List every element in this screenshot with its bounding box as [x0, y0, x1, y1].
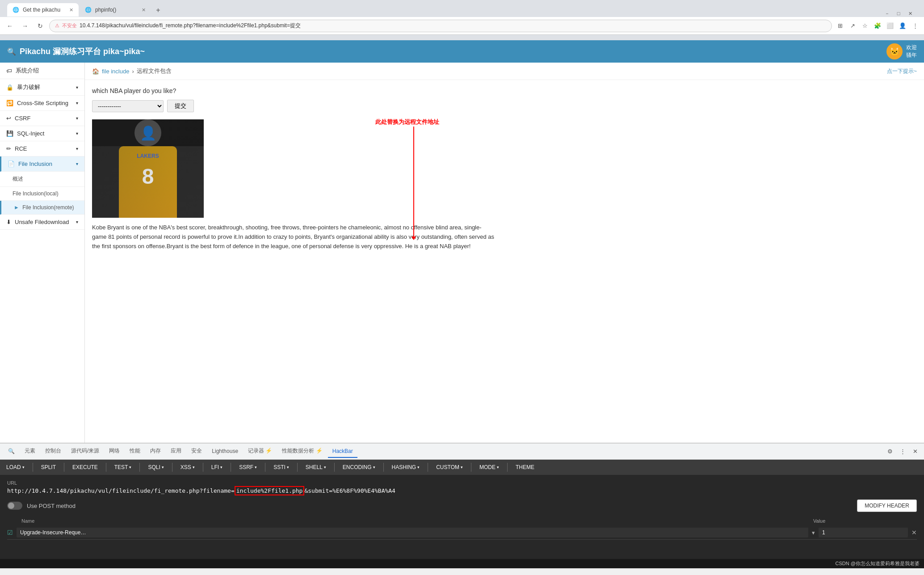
devtools-tab-console[interactable]: 控制台 — [41, 444, 66, 458]
devtools-close-icon[interactable]: ✕ — [910, 446, 920, 457]
sidebar-item-rce[interactable]: ✏ RCE ▾ — [0, 141, 84, 156]
header-table-labels: Name Value — [7, 517, 917, 524]
header-value-field[interactable] — [819, 528, 908, 537]
toolbar-execute-btn[interactable]: EXECUTE — [70, 462, 101, 472]
devtools-tab-lighthouse[interactable]: Lighthouse — [207, 445, 243, 458]
devtools-tab-memory[interactable]: 内存 — [146, 444, 165, 458]
toolbar-xss-btn[interactable]: XSS ▾ — [178, 462, 197, 472]
header-name-label: Name — [21, 517, 810, 524]
menu-icon[interactable]: ⋮ — [910, 21, 920, 31]
download-icon: ⬇ — [6, 219, 11, 225]
devtools-tab-recorder[interactable]: 记录器 ⚡ — [244, 444, 277, 458]
toolbar-split-btn[interactable]: SPLIT — [38, 462, 59, 472]
tab2-close-icon[interactable]: ✕ — [142, 7, 146, 13]
devtools-tab-performance[interactable]: 性能 — [125, 444, 145, 458]
devtools-tab-console-label: 控制台 — [45, 448, 61, 454]
devtools-settings-icon[interactable]: ⚙ — [885, 446, 895, 457]
modify-header-button[interactable]: MODIFY HEADER — [857, 499, 917, 512]
minimize-button[interactable]: － — [884, 10, 890, 17]
sidebar-item-xss[interactable]: 🔁 Cross-Site Scripting ▾ — [0, 96, 84, 111]
devtools-tab-application-label: 应用 — [171, 448, 181, 454]
breadcrumb-file-include-link[interactable]: file include — [102, 68, 129, 75]
title-bar: 🌐 Get the pikachu ✕ 🌐 phpinfo() ✕ + － □ … — [0, 0, 924, 17]
home-icon[interactable]: 🏠 — [92, 68, 99, 75]
header-enabled-checkbox[interactable]: ☑ — [7, 529, 13, 536]
header-dropdown-icon[interactable]: ▾ — [812, 529, 815, 536]
toolbar-custom-label: CUSTOM — [436, 464, 459, 470]
sidebar-icon[interactable]: ⬜ — [885, 21, 895, 31]
toolbar-load-btn[interactable]: LOAD ▾ — [4, 462, 27, 472]
sidebar-subitem-overview[interactable]: 概述 — [0, 172, 84, 187]
sidebar-subitem-remote[interactable]: ► File Inclusion(remote) — [0, 201, 84, 215]
devtools-tab-inspect[interactable]: 🔍 — [4, 445, 19, 458]
sidebar-item-sys-intro[interactable]: 🏷 系统介绍 — [0, 63, 84, 79]
tab1-close-icon[interactable]: ✕ — [69, 7, 73, 13]
chevron-csrf: ▾ — [76, 116, 78, 121]
address-bar[interactable]: ⚠ 不安全 10.4.7.148/pikachu/vul/fileinclude… — [49, 20, 832, 32]
address-url[interactable]: 10.4.7.148/pikachu/vul/fileinclude/fi_re… — [80, 22, 301, 30]
nav-bar: ← → ↻ ⚠ 不安全 10.4.7.148/pikachu/vul/filei… — [0, 17, 924, 35]
sidebar-subitem-local[interactable]: File Inclusion(local) — [0, 187, 84, 201]
use-post-toggle[interactable] — [7, 502, 22, 510]
toolbar-encoding-btn[interactable]: ENCODING ▾ — [340, 462, 378, 472]
toolbar-theme-btn[interactable]: THEME — [513, 462, 537, 472]
toolbar-encoding-label: ENCODING — [343, 464, 372, 470]
header-name-field[interactable] — [17, 528, 808, 537]
toolbar-test-btn[interactable]: TEST ▾ — [112, 462, 134, 472]
tab-get-pikachu[interactable]: 🌐 Get the pikachu ✕ — [7, 3, 79, 17]
maximize-button[interactable]: □ — [895, 10, 902, 17]
player-select[interactable]: ------------ — [92, 100, 164, 112]
toolbar-mode-btn[interactable]: MODE ▾ — [477, 462, 502, 472]
bookmark-icon[interactable]: ☆ — [860, 21, 870, 31]
submit-button[interactable]: 提交 — [167, 100, 194, 112]
sidebar-label-sys-intro: 系统介绍 — [16, 67, 39, 75]
translate-icon[interactable]: ⊞ — [835, 21, 845, 31]
devtools-tab-application[interactable]: 应用 — [166, 444, 186, 458]
devtools-tab-security[interactable]: 安全 — [187, 444, 206, 458]
back-button[interactable]: ← — [4, 20, 16, 32]
sidebar-item-csrf[interactable]: ↩ CSRF ▾ — [0, 111, 84, 126]
toolbar-sqli-btn[interactable]: SQLI ▾ — [145, 462, 166, 472]
devtools-tab-perf-insights[interactable]: 性能数据分析 ⚡ — [277, 444, 327, 458]
toolbar-hashing-btn[interactable]: HASHING ▾ — [389, 462, 423, 472]
tab-phpinfo[interactable]: 🌐 phpinfo() ✕ — [80, 3, 151, 17]
devtools-more-icon[interactable]: ⋮ — [897, 446, 908, 457]
sidebar-label-unsafe-download: Unsafe Filedownload — [15, 219, 69, 225]
breadcrumb-hint[interactable]: 点一下提示~ — [887, 68, 917, 75]
extensions-icon[interactable]: 🧩 — [872, 21, 883, 31]
profile-icon[interactable]: 👤 — [897, 21, 908, 31]
refresh-button[interactable]: ↻ — [34, 20, 46, 32]
chevron-xss: ▾ — [76, 101, 78, 106]
sidebar-item-unsafe-download[interactable]: ⬇ Unsafe Filedownload ▾ — [0, 215, 84, 230]
close-button[interactable]: ✕ — [907, 10, 913, 17]
toolbar-ssti-btn[interactable]: SSTI ▾ — [271, 462, 292, 472]
devtools-tab-elements[interactable]: 元素 — [20, 444, 40, 458]
toolbar-custom-btn[interactable]: CUSTOM ▾ — [433, 462, 466, 472]
devtools-tab-memory-label: 内存 — [150, 448, 161, 454]
devtools-tabs: 🔍 元素 控制台 源代码/来源 网络 性能 内存 应用 安全 Lighthous… — [0, 444, 924, 460]
toolbar-sep-5 — [172, 463, 172, 472]
sidebar-item-file-inclusion[interactable]: 📄 File Inclusion ▾ — [0, 156, 84, 172]
toolbar-execute-label: EXECUTE — [72, 464, 98, 470]
annotation-text: 此处替换为远程文件地址 — [375, 118, 439, 126]
sidebar-subitem-remote-label: File Inclusion(remote) — [22, 204, 74, 211]
user-info: 欢迎 骚年 — [906, 44, 917, 59]
devtools-tab-network[interactable]: 网络 — [105, 444, 124, 458]
toolbar-ssrf-btn[interactable]: SSRF ▾ — [236, 462, 260, 472]
tag-icon: 🏷 — [6, 68, 12, 74]
sidebar-label-xss: Cross-Site Scripting — [17, 100, 68, 106]
forward-button[interactable]: → — [19, 20, 31, 32]
devtools-tab-sources[interactable]: 源代码/来源 — [67, 444, 104, 458]
devtools-tab-hackbar[interactable]: HackBar — [328, 445, 357, 458]
hackbar-url-row: URL http://10.4.7.148/pikachu/vul/filein… — [7, 480, 917, 499]
share-icon[interactable]: ↗ — [847, 21, 858, 31]
header-delete-icon[interactable]: ✕ — [911, 529, 917, 536]
devtools-icons: ⚙ ⋮ ✕ — [885, 446, 920, 457]
sidebar-item-sql[interactable]: 💾 SQL-Inject ▾ — [0, 126, 84, 141]
sidebar-item-brute[interactable]: 🔒 暴力破解 ▾ — [0, 79, 84, 96]
new-tab-button[interactable]: + — [152, 4, 164, 17]
hackbar-url-section: URL http://10.4.7.148/pikachu/vul/filein… — [7, 480, 917, 499]
toolbar-lfi-btn[interactable]: LFI ▾ — [209, 462, 225, 472]
toolbar-ssrf-label: SSRF — [239, 464, 253, 470]
toolbar-shell-btn[interactable]: SHELL ▾ — [303, 462, 329, 472]
